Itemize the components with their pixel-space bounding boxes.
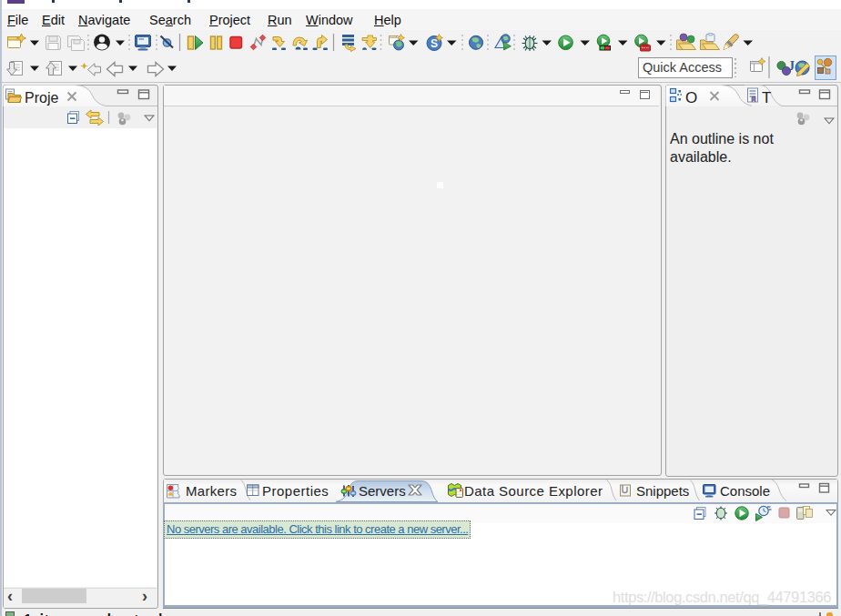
svg-text:S: S <box>431 37 438 50</box>
svg-text:J: J <box>788 59 795 73</box>
